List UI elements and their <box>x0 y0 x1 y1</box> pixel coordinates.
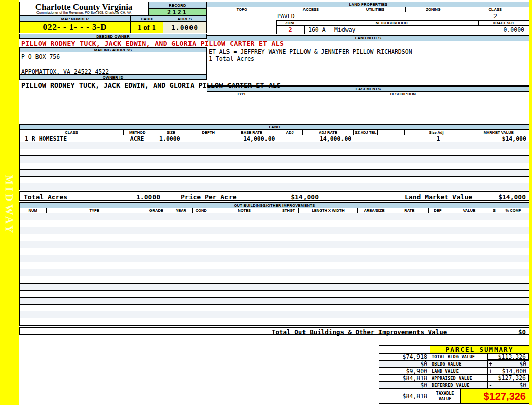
ob-col-type: TYPE <box>46 208 142 213</box>
land-cell-size: 1.0000 <box>151 135 190 142</box>
tract-size-value: 0.0000 <box>479 26 524 33</box>
ps-value-taxable: $127,326 <box>460 389 529 404</box>
card-value: 1 of 1 <box>130 21 163 33</box>
mailing-address-line2: APPOMATTOX, VA 24522-4522 <box>21 68 109 75</box>
land-cell-adj-rate: 14,000.00 <box>302 135 354 142</box>
mailing-address-line1: P O BOX 756 <box>21 53 60 60</box>
land-col-size-adj: Size Adj <box>404 130 468 135</box>
land-col-adj-rate: ADJ RATE <box>302 130 354 135</box>
ps-prior-taxable: $84,818 <box>379 389 430 404</box>
ps-amount-land: $14,000 <box>502 368 526 375</box>
land-col-method: METHOD <box>123 130 151 135</box>
parcel-summary-title: PARCEL SUMMARY <box>430 345 529 354</box>
ps-value-total-bldg: $113,326 <box>487 353 529 360</box>
deeded-owner-header: DEEDED OWNER <box>19 34 207 39</box>
acres-value: 1.0000 <box>163 21 207 33</box>
ps-prior-deferred: $0 <box>379 382 430 389</box>
county-subtitle: Commissioner of the Revenue, PO Box 308,… <box>19 11 148 14</box>
ob-col-area-size: AREA/SIZE <box>357 208 390 213</box>
price-per-acre-label: Price Per Acre <box>181 193 237 201</box>
neighborhood-code: 160 A <box>308 26 326 33</box>
land-cell-class: 1 R HOMESITE <box>20 135 123 142</box>
ps-op-deferred: - <box>489 382 492 389</box>
total-acres-label: Total Acres <box>24 193 67 201</box>
ps-label-total-bldg: TOTAL BLDG VALUE <box>430 353 488 360</box>
ob-col-value: VALUE <box>447 208 490 213</box>
parcel-summary-corner-cell <box>379 345 430 354</box>
ob-col-sthgt: STHGT <box>279 208 298 213</box>
ps-prior-obldg: $0 <box>379 360 430 368</box>
price-per-acre-value: $14,000 <box>253 193 319 201</box>
ps-label-deferred: DEFERRED VALUE <box>430 382 488 389</box>
land-cell-blank <box>377 135 404 142</box>
land-col-sz-adj-tbl: SZ ADJ TBL <box>353 130 377 135</box>
deeded-owner-value: PILLOW RODNEY TUCK, JACK EDWIN, AND GLOR… <box>21 39 284 47</box>
land-cell-size-adj: 1 <box>404 135 468 142</box>
ps-prior-total-bldg: $74,918 <box>379 353 430 360</box>
land-cell-base-rate: 14,000.00 <box>226 135 277 142</box>
neighborhood-name: Midway <box>334 26 356 33</box>
zone-header: ZONE <box>277 21 305 25</box>
neighborhood-header: NEIGHBORHOOD <box>305 21 479 25</box>
class-value: 2 <box>461 13 529 20</box>
land-cell-sz-adj-tbl <box>353 135 377 142</box>
land-notes-line2: 1 Total Acres <box>209 55 254 62</box>
district-vertical-label: MIDWAY <box>3 175 15 235</box>
out-buildings-column-headers: NUM TYPE GRADE YEAR COND NOTES STHGT LEN… <box>19 208 529 213</box>
land-col-base-rate: BASE RATE <box>226 130 277 135</box>
land-cell-method: ACRE <box>123 135 151 142</box>
ps-prior-appraised: $84,818 <box>379 375 430 382</box>
land-notes-box <box>207 40 529 86</box>
ob-col-num: NUM <box>20 208 46 213</box>
land-col-market-value: MARKET VALUE <box>468 130 529 135</box>
col-class: CLASS <box>461 7 529 12</box>
ps-value-appraised: $127,326 <box>487 375 529 382</box>
land-cell-adj <box>277 135 302 142</box>
land-notes-line1: ET ALS = JEFFREY WAYNE PILLOW & JENNIFER… <box>209 48 412 55</box>
col-topo: TOPO <box>207 7 277 12</box>
ps-op-obldg: + <box>489 360 492 368</box>
owner-id-value: PILLOW RODNEY TUCK, JACK EDWIN, AND GLOR… <box>21 81 281 89</box>
out-buildings-empty-rows <box>19 213 529 326</box>
ob-col-cond: COND <box>192 208 210 213</box>
ps-amount-obldg: $0 <box>519 360 526 368</box>
land-col-adj: ADJ <box>277 130 302 135</box>
ob-col-dep: DEP <box>428 208 447 213</box>
ps-prior-land: $9,900 <box>379 368 430 375</box>
land-market-value-label: Land Market Value <box>405 193 472 201</box>
land-table-row: 1 R HOMESITE ACRE 1.0000 14,000.00 14,00… <box>19 135 529 142</box>
ps-op-land: + <box>489 368 492 375</box>
record-value: 2121 <box>148 9 207 16</box>
land-col-blank <box>377 130 404 135</box>
ob-col-year: YEAR <box>170 208 192 213</box>
neighborhood-value-cell <box>304 25 479 34</box>
ps-label-taxable: TAXABLE VALUE <box>430 389 461 404</box>
tract-size-header: TRACT SIZE <box>478 21 529 25</box>
ob-col-pct-comp: % COMP <box>498 208 529 213</box>
ps-label-obldg: OBLDG VALUE <box>430 360 488 368</box>
ps-label-land: LAND VALUE <box>430 368 488 375</box>
ps-value-obldg: + $0 <box>487 360 529 368</box>
total-acres-value: 1.0000 <box>102 193 160 201</box>
land-col-depth: DEPTH <box>191 130 226 135</box>
ob-col-rate: RATE <box>391 208 428 213</box>
easement-col-description: DESCRIPTION <box>277 92 529 96</box>
record-header: RECORD <box>148 2 207 9</box>
land-empty-rows <box>19 142 529 190</box>
col-access: ACCESS <box>277 7 345 12</box>
property-record-card: MIDWAY Charlotte County Virginia Commiss… <box>0 0 532 405</box>
land-totals-bar: Total Acres 1.0000 Price Per Acre $14,00… <box>19 191 529 201</box>
ob-col-grade: GRADE <box>142 208 170 213</box>
land-col-class: CLASS <box>20 130 123 135</box>
land-cell-depth <box>191 135 226 142</box>
easements-empty-box <box>207 96 529 120</box>
owner-id-header: OWNER ID <box>19 75 207 80</box>
col-utilities: UTILITIES <box>345 7 405 12</box>
ps-value-land: + $14,000 <box>487 368 529 375</box>
out-buildings-total-value: $0 <box>518 328 526 336</box>
land-col-size: SIZE <box>151 130 190 135</box>
land-market-value: $14,000 <box>498 193 526 201</box>
ps-amount-deferred: $0 <box>519 382 526 389</box>
ps-value-deferred: - $0 <box>487 382 529 389</box>
land-cell-market-value: $14,000 <box>468 135 529 142</box>
